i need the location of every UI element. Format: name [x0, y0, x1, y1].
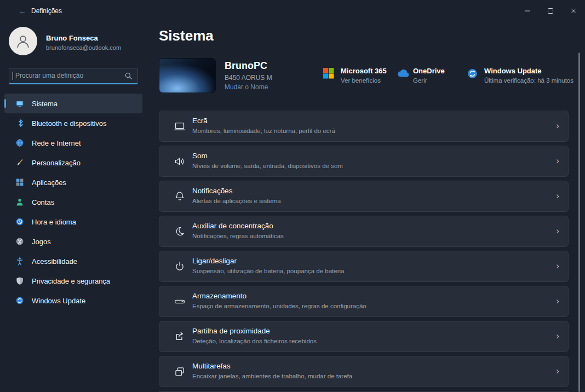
list-item-multitarefas[interactable]: Multitarefas Encaixar janelas, ambientes… — [159, 356, 569, 387]
quick-link-subtitle: Gerir — [413, 77, 445, 84]
avatar — [9, 27, 37, 55]
quick-link-subtitle: Ver benefícios — [341, 77, 387, 84]
list-item-title: Auxiliar de concentração — [192, 222, 273, 230]
list-item-subtitle: Deteção, localização dos ficheiros receb… — [192, 338, 317, 344]
chevron-right-icon: › — [556, 190, 559, 201]
power-icon — [174, 261, 186, 273]
sidebar-item-privacidade[interactable]: Privacidade e segurança — [4, 271, 142, 291]
time-language-icon — [15, 217, 24, 226]
back-arrow-icon: ← — [19, 7, 26, 15]
sidebar-item-contas[interactable]: Contas — [4, 192, 142, 212]
privacy-shield-icon — [15, 276, 24, 285]
sidebar-item-label: Aplicações — [32, 178, 66, 187]
network-globe-icon — [15, 139, 24, 147]
sidebar-item-hora-idioma[interactable]: Hora e idioma — [4, 212, 142, 232]
profile-email: brunofonseca@outlook.com — [46, 44, 121, 51]
quick-link-title: Windows Update — [484, 67, 573, 75]
onedrive-cloud-icon — [395, 67, 408, 84]
device-name: BrunoPC — [225, 60, 267, 72]
close-button[interactable] — [562, 0, 585, 22]
sidebar-item-label: Sistema — [32, 100, 58, 108]
list-item-armazenamento[interactable]: Armazenamento Espaço de armazenamento, u… — [159, 286, 569, 317]
minimize-button[interactable] — [516, 0, 539, 22]
sidebar-item-sistema[interactable]: Sistema — [4, 94, 142, 113]
back-button[interactable]: ← — [15, 5, 30, 17]
selection-pill — [4, 99, 6, 108]
list-item-title: Multitarefas — [192, 362, 231, 370]
sidebar-item-label: Windows Update — [32, 297, 85, 305]
list-item-title: Partilha de proximidade — [192, 327, 270, 335]
list-item-subtitle: Encaixar janelas, ambientes de trabalho,… — [192, 373, 352, 379]
system-display-icon — [15, 99, 24, 108]
quick-link-microsoft-365[interactable]: Microsoft 365 Ver benefícios — [323, 67, 387, 84]
personalization-brush-icon — [15, 158, 24, 167]
sound-icon — [174, 155, 186, 168]
chevron-right-icon: › — [556, 260, 559, 271]
list-item-title: Armazenamento — [192, 292, 246, 300]
sidebar-item-rede[interactable]: Rede e Internet — [4, 133, 142, 153]
sidebar-item-aplicacoes[interactable]: Aplicações — [4, 172, 142, 192]
device-wallpaper-thumbnail[interactable] — [159, 58, 216, 93]
sidebar-nav: Sistema Bluetooth e dispositivos Rede e … — [4, 94, 142, 310]
list-item-partilha-proximidade[interactable]: Partilha de proximidade Deteção, localiz… — [159, 321, 569, 352]
quick-link-title: OneDrive — [413, 67, 445, 75]
search-input[interactable] — [9, 68, 137, 83]
sidebar-item-label: Hora e idioma — [32, 218, 76, 226]
list-item-subtitle: Alertas de aplicações e sistema — [192, 198, 281, 204]
maximize-button[interactable] — [539, 0, 562, 22]
games-xbox-icon — [15, 237, 24, 246]
chevron-right-icon: › — [556, 365, 559, 376]
main-content: Sistema BrunoPC B450 AORUS M Mudar o Nom… — [148, 22, 585, 392]
sidebar: Bruno Fonseca brunofonseca@outlook.com S… — [0, 22, 148, 392]
list-item-notificacoes[interactable]: Notificações Alertas de aplicações e sis… — [159, 181, 569, 212]
windows-update-icon — [15, 296, 24, 305]
sidebar-item-bluetooth[interactable]: Bluetooth e dispositivos — [4, 113, 142, 133]
device-model: B450 AORUS M — [225, 74, 272, 82]
list-item-ecra[interactable]: Ecrã Monitores, luminosidade, luz noturn… — [159, 111, 569, 142]
nearby-share-icon — [174, 331, 186, 343]
list-item-subtitle: Suspensão, utilização de bateria, poupan… — [192, 268, 344, 274]
sidebar-item-label: Contas — [32, 198, 54, 206]
sidebar-item-acessibilidade[interactable]: Acessibilidade — [4, 251, 142, 271]
sidebar-item-windows-update[interactable]: Windows Update — [4, 291, 142, 310]
list-item-subtitle: Notificações, regras automáticas — [192, 233, 284, 239]
rename-device-link[interactable]: Mudar o Nome — [225, 83, 268, 91]
storage-drive-icon — [174, 296, 186, 308]
accessibility-icon — [15, 257, 24, 266]
quick-link-onedrive[interactable]: OneDrive Gerir — [395, 67, 445, 84]
sidebar-item-label: Acessibilidade — [32, 257, 77, 266]
quick-link-windows-update[interactable]: Windows Update Última verificação: há 3 … — [467, 67, 573, 84]
list-item-subtitle: Níveis de volume, saída, entrada, dispos… — [192, 163, 343, 169]
list-item-som[interactable]: Som Níveis de volume, saída, entrada, di… — [159, 146, 569, 177]
list-item-ligar-desligar[interactable]: Ligar/desligar Suspensão, utilização de … — [159, 251, 569, 282]
chevron-right-icon: › — [556, 295, 559, 306]
microsoft-logo — [323, 67, 335, 84]
display-icon — [174, 120, 186, 132]
vertical-scrollbar[interactable] — [578, 53, 580, 392]
multitasking-windows-icon — [174, 366, 186, 378]
accounts-person-icon — [15, 198, 24, 206]
sidebar-item-label: Rede e Internet — [32, 139, 81, 147]
focus-moon-icon — [174, 226, 186, 238]
sidebar-item-personalizacao[interactable]: Personalização — [4, 153, 142, 172]
quick-link-title: Microsoft 365 — [341, 67, 387, 75]
window-title: Definições — [31, 7, 62, 15]
user-profile[interactable]: Bruno Fonseca brunofonseca@outlook.com — [9, 27, 144, 57]
list-item-subtitle: Espaço de armazenamento, unidades, regra… — [192, 303, 366, 309]
list-item-title: Ecrã — [192, 117, 208, 125]
list-item-title: Som — [192, 152, 208, 160]
close-icon — [570, 8, 577, 14]
sidebar-item-label: Personalização — [32, 159, 81, 167]
person-icon — [15, 33, 31, 49]
window-controls — [516, 0, 585, 22]
search-box — [9, 68, 138, 84]
quick-link-subtitle: Última verificação: há 3 minutos — [484, 77, 573, 84]
maximize-icon — [547, 8, 554, 14]
list-item-auxiliar-concentracao[interactable]: Auxiliar de concentração Notificações, r… — [159, 216, 569, 247]
search-icon[interactable] — [125, 72, 132, 79]
settings-window: ← Definições Bruno Fonseca brunofonseca@… — [0, 0, 585, 392]
sidebar-item-label: Bluetooth e dispositivos — [32, 119, 107, 128]
sidebar-item-jogos[interactable]: Jogos — [4, 232, 142, 251]
profile-name: Bruno Fonseca — [46, 34, 98, 42]
list-item-title: Ligar/desligar — [192, 257, 237, 265]
